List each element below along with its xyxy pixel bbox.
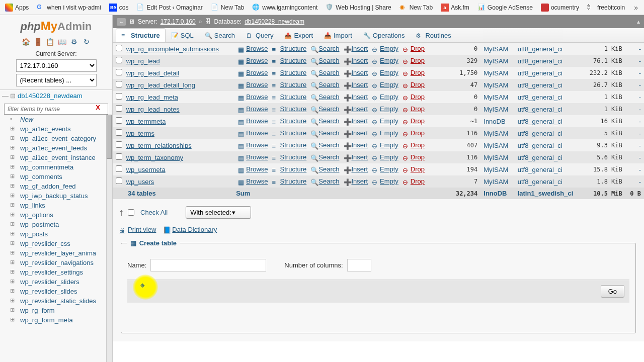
insert-action[interactable]: ➕Insert xyxy=(342,57,370,64)
insert-action[interactable]: ➕Insert xyxy=(342,177,370,185)
tree-item[interactable]: wp_ai1ec_event_category xyxy=(0,134,112,143)
search-action[interactable]: 🔍Search xyxy=(308,117,341,125)
structure-action[interactable]: ≡Structure xyxy=(270,165,309,173)
bm-6[interactable]: 🛡️Web Hosting | Share xyxy=(323,2,394,13)
drop-action[interactable]: ⊖Drop xyxy=(400,165,427,173)
tree-item[interactable]: wp_rg_form_meta xyxy=(0,315,112,325)
table-name-link[interactable]: wp_rg_lead_notes xyxy=(126,106,180,113)
drop-action[interactable]: ⊖Drop xyxy=(400,177,427,185)
empty-action[interactable]: ⊖Empty xyxy=(370,141,400,149)
with-selected-dropdown[interactable]: With selected: ▾ xyxy=(186,206,251,219)
table-name-link[interactable]: wp_rg_lead xyxy=(126,57,160,65)
search-action[interactable]: 🔍Search xyxy=(308,177,341,185)
table-name-link[interactable]: wp_termmeta xyxy=(126,118,166,125)
drop-action[interactable]: ⊖Drop xyxy=(400,45,427,52)
structure-action[interactable]: ≡Structure xyxy=(270,57,309,64)
tree-item[interactable]: wp_ai1ec_event_feeds xyxy=(0,143,112,153)
search-action[interactable]: 🔍Search xyxy=(308,69,341,76)
browse-action[interactable]: ▦Browse xyxy=(236,105,270,113)
bm-5[interactable]: 🌐www.igamingcontent xyxy=(249,2,320,13)
sql-icon[interactable]: 📋 xyxy=(46,37,55,46)
tab-routines[interactable]: ⚙Routines xyxy=(410,28,456,42)
drop-action[interactable]: ⊖Drop xyxy=(400,117,427,125)
filter-input[interactable] xyxy=(4,104,108,115)
logout-icon[interactable]: 🚪 xyxy=(34,37,43,46)
structure-action[interactable]: ≡Structure xyxy=(270,117,309,125)
insert-action[interactable]: ➕Insert xyxy=(342,129,370,137)
search-action[interactable]: 🔍Search xyxy=(308,81,341,88)
browse-action[interactable]: ▦Browse xyxy=(236,117,270,125)
row-checkbox[interactable] xyxy=(116,129,122,136)
table-name-link[interactable]: wp_rg_lead_detail xyxy=(126,69,180,77)
row-checkbox[interactable] xyxy=(116,141,122,148)
bm-10[interactable]: ocumentry xyxy=(538,2,582,13)
drop-action[interactable]: ⊖Drop xyxy=(400,129,427,137)
empty-action[interactable]: ⊖Empty xyxy=(370,81,400,88)
structure-action[interactable]: ≡Structure xyxy=(270,129,309,137)
bc-database[interactable]: db1450228_newdeam xyxy=(245,18,304,25)
structure-action[interactable]: ≡Structure xyxy=(270,153,309,161)
insert-action[interactable]: ➕Insert xyxy=(342,153,370,161)
tree-item[interactable]: wp_revslider_css xyxy=(0,239,112,248)
breadcrumb-collapse-icon[interactable]: ▴ xyxy=(637,18,640,25)
empty-action[interactable]: ⊖Empty xyxy=(370,165,400,173)
tree-item[interactable]: wp_ai1ec_events xyxy=(0,124,112,134)
browse-action[interactable]: ▦Browse xyxy=(236,153,270,161)
structure-action[interactable]: ≡Structure xyxy=(270,105,309,113)
tab-query[interactable]: 🗒Query xyxy=(240,28,279,42)
tab-structure[interactable]: ≡Structure xyxy=(116,28,166,42)
empty-action[interactable]: ⊖Empty xyxy=(370,153,400,161)
bm-7[interactable]: ◉New Tab xyxy=(396,2,436,13)
row-checkbox[interactable] xyxy=(116,57,122,63)
tree-item[interactable]: wp_postmeta xyxy=(0,220,112,229)
checkall-checkbox[interactable] xyxy=(128,209,134,216)
home-icon[interactable]: 🏠 xyxy=(22,37,31,46)
tab-operations[interactable]: 🔧Operations xyxy=(358,28,411,42)
search-action[interactable]: 🔍Search xyxy=(308,141,341,149)
insert-action[interactable]: ➕Insert xyxy=(342,93,370,101)
empty-action[interactable]: ⊖Empty xyxy=(370,45,400,52)
tree-item[interactable]: wp_revslider_settings xyxy=(0,267,112,277)
search-action[interactable]: 🔍Search xyxy=(308,45,341,52)
bm-apps[interactable]: Apps xyxy=(2,2,32,13)
insert-action[interactable]: ➕Insert xyxy=(342,165,370,173)
recent-tables-select[interactable]: (Recent tables) ... xyxy=(16,74,97,86)
structure-action[interactable]: ≡Structure xyxy=(270,177,309,185)
row-checkbox[interactable] xyxy=(116,81,122,87)
bm-9[interactable]: 📊Google AdSense xyxy=(474,2,536,13)
drop-action[interactable]: ⊖Drop xyxy=(400,105,427,113)
tree-item[interactable]: wp_ai1ec_event_instance xyxy=(0,153,112,162)
data-dictionary-link[interactable]: 📘Data Dictionary xyxy=(163,226,217,233)
empty-action[interactable]: ⊖Empty xyxy=(370,69,400,76)
settings-icon[interactable]: ⚙ xyxy=(70,37,79,46)
tree-item[interactable]: wp_iwp_backup_status xyxy=(0,191,112,201)
table-name-input[interactable] xyxy=(150,259,266,272)
browse-action[interactable]: ▦Browse xyxy=(236,93,270,101)
row-checkbox[interactable] xyxy=(116,93,122,100)
tree-item[interactable]: wp_posts xyxy=(0,229,112,239)
empty-action[interactable]: ⊖Empty xyxy=(370,129,400,137)
tree-item[interactable]: wp_revslider_layer_anima xyxy=(0,248,112,258)
tab-sql[interactable]: 📝SQL xyxy=(166,28,199,42)
tree-db[interactable]: db1450228_newdeam xyxy=(0,91,112,101)
empty-action[interactable]: ⊖Empty xyxy=(370,57,400,64)
tab-import[interactable]: 📥Import xyxy=(318,28,358,42)
table-name-link[interactable]: wp_rg_incomplete_submissions xyxy=(126,45,219,53)
table-name-link[interactable]: wp_rg_lead_detail_long xyxy=(126,81,195,89)
browse-action[interactable]: ▦Browse xyxy=(236,81,270,88)
insert-action[interactable]: ➕Insert xyxy=(342,117,370,125)
tree-item[interactable]: wp_links xyxy=(0,201,112,210)
print-view-link[interactable]: 🖨Print view xyxy=(119,226,156,233)
search-action[interactable]: 🔍Search xyxy=(308,93,341,101)
bm-2[interactable]: Bēcos xyxy=(106,2,132,13)
breadcrumb-back-icon[interactable]: ← xyxy=(117,18,126,26)
docs-icon[interactable]: 📖 xyxy=(58,37,67,46)
reload-icon[interactable]: ↻ xyxy=(82,37,91,46)
insert-action[interactable]: ➕Insert xyxy=(342,69,370,76)
search-action[interactable]: 🔍Search xyxy=(308,57,341,64)
structure-action[interactable]: ≡Structure xyxy=(270,141,309,149)
insert-action[interactable]: ➕Insert xyxy=(342,141,370,149)
sidebar-scrollbar[interactable] xyxy=(106,115,112,362)
empty-action[interactable]: ⊖Empty xyxy=(370,117,400,125)
table-name-link[interactable]: wp_term_taxonomy xyxy=(126,154,183,161)
